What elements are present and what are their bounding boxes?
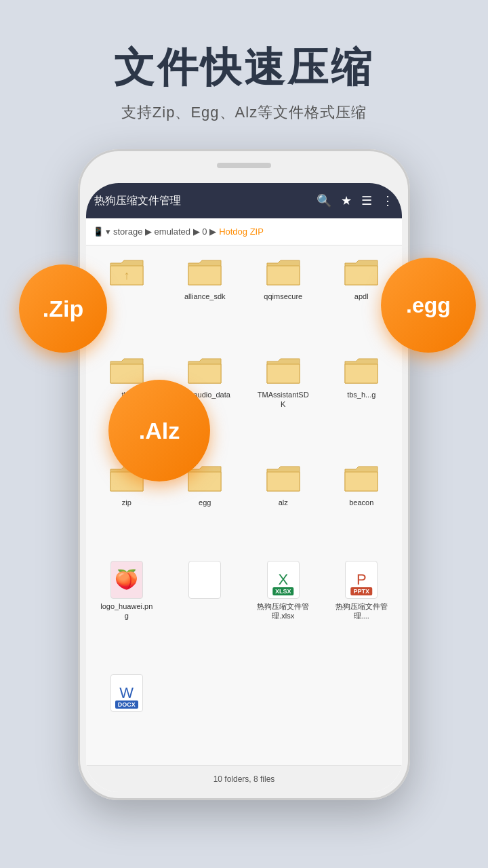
status-bar: 10 folders, 8 files	[86, 765, 402, 792]
badge-egg-text: .egg	[406, 293, 451, 318]
file-label: logo_huawei.png	[100, 601, 154, 621]
search-icon[interactable]: 🔍	[317, 193, 331, 208]
folder-label: apdl	[354, 292, 369, 301]
more-icon[interactable]: ⋮	[382, 193, 394, 208]
folder-icon	[108, 355, 146, 387]
folder-label: beacon	[349, 498, 373, 507]
png-icon: 🍑	[110, 561, 143, 599]
badge-zip-text: .Zip	[43, 296, 83, 322]
folder-icon	[342, 256, 380, 289]
folder-icon	[186, 355, 224, 387]
app-bar: 热狗压缩文件管理 🔍 ★ ☰ ⋮	[86, 183, 402, 218]
badge-egg: .egg	[381, 258, 476, 353]
menu-icon[interactable]: ☰	[361, 193, 372, 208]
folder-label: tbs_h...g	[347, 390, 375, 399]
folder-icon	[342, 462, 380, 495]
back-folder-icon: ↑	[108, 256, 146, 289]
blank-file-icon	[188, 561, 221, 599]
phone-outer: 热狗压缩文件管理 🔍 ★ ☰ ⋮ 📱 ▾ storage ▶ emulated …	[78, 149, 410, 800]
folder-label: alliance_sdk	[184, 292, 226, 301]
badge-zip: .Zip	[19, 264, 107, 353]
app-title: 热狗压缩文件管理	[94, 194, 310, 208]
file-docx[interactable]: W	[89, 669, 165, 760]
badge-alz: .Alz	[108, 380, 210, 481]
hero-title: 文件快速压缩	[0, 41, 488, 96]
badge-alz-text: .Alz	[139, 418, 180, 444]
hero-section: 文件快速压缩 支持Zip、Egg、Alz等文件格式压缩	[0, 0, 488, 143]
breadcrumb-path: storage ▶ emulated ▶ 0 ▶	[113, 226, 216, 237]
folder-alliance[interactable]: alliance_sdk	[167, 251, 243, 347]
file-xlsx[interactable]: X 热狗压缩文件管理.xlsx	[245, 555, 321, 666]
breadcrumb-bar: 📱 ▾ storage ▶ emulated ▶ 0 ▶ Hotdog ZIP	[86, 218, 402, 245]
file-grid: ↑ alliance_sdk	[86, 245, 402, 765]
hero-subtitle: 支持Zip、Egg、Alz等文件格式压缩	[0, 102, 488, 123]
file-label: 热狗压缩文件管理....	[334, 601, 388, 621]
folder-tbs-h[interactable]: tbs_h...g	[324, 349, 400, 454]
folder-label: TMAssistantSDK	[256, 390, 310, 410]
device-selector[interactable]: 📱 ▾	[93, 226, 110, 237]
docx-icon: W	[110, 674, 143, 712]
breadcrumb-active: Hotdog ZIP	[219, 226, 264, 237]
folder-tma[interactable]: TMAssistantSDK	[245, 349, 321, 454]
file-label: 热狗压缩文件管理.xlsx	[256, 601, 310, 621]
folder-label: zip	[122, 498, 131, 507]
svg-text:↑: ↑	[123, 269, 129, 282]
star-icon[interactable]: ★	[341, 193, 352, 208]
file-logo-png[interactable]: 🍑 logo_huawei.png	[89, 555, 165, 666]
phone-speaker	[217, 163, 271, 168]
folder-alz[interactable]: alz	[245, 457, 321, 553]
file-blank[interactable]	[167, 555, 243, 666]
folder-icon	[264, 462, 302, 495]
folder-qqimsecure[interactable]: qqimsecure	[245, 251, 321, 347]
folder-icon	[264, 256, 302, 289]
phone-screen: 热狗压缩文件管理 🔍 ★ ☰ ⋮ 📱 ▾ storage ▶ emulated …	[86, 183, 402, 792]
dropdown-arrow: ▾	[106, 226, 110, 237]
folder-beacon[interactable]: beacon	[324, 457, 400, 553]
pptx-icon: P	[345, 561, 378, 599]
device-icon: 📱	[93, 226, 104, 237]
folder-icon	[342, 355, 380, 387]
status-text: 10 folders, 8 files	[214, 774, 275, 784]
folder-label: alz	[279, 498, 288, 507]
folder-label: qqimsecure	[264, 292, 302, 301]
folder-icon	[264, 355, 302, 387]
file-pptx[interactable]: P 热狗压缩文件管理....	[324, 555, 400, 666]
app-bar-icons: 🔍 ★ ☰ ⋮	[317, 193, 394, 208]
folder-label: egg	[199, 498, 211, 507]
folder-icon	[186, 256, 224, 289]
xlsx-icon: X	[267, 561, 300, 599]
phone-mockup: 热狗压缩文件管理 🔍 ★ ☰ ⋮ 📱 ▾ storage ▶ emulated …	[78, 149, 410, 800]
